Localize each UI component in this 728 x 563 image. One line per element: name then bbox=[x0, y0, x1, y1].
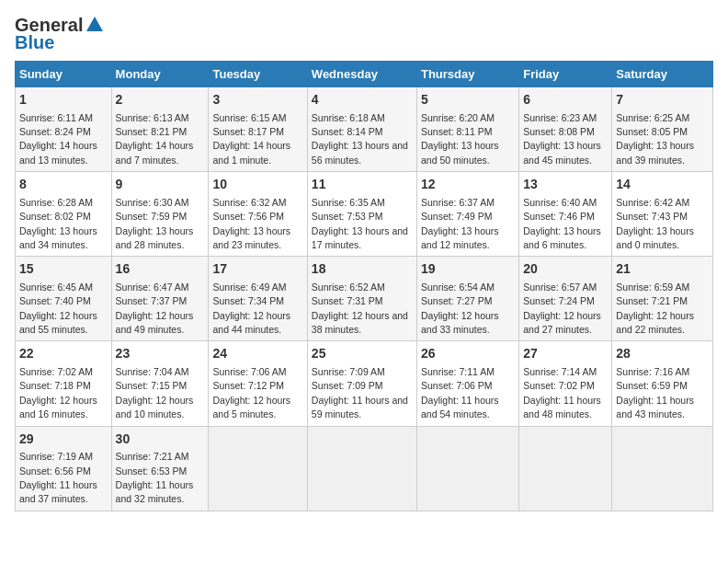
day-cell: 10 Sunrise: 6:32 AMSunset: 7:56 PMDaylig… bbox=[209, 172, 307, 257]
day-info: Sunrise: 6:13 AMSunset: 8:21 PMDaylight:… bbox=[116, 112, 194, 166]
day-info: Sunrise: 6:25 AMSunset: 8:05 PMDaylight:… bbox=[616, 112, 694, 166]
day-number: 25 bbox=[312, 345, 413, 363]
logo: General Blue bbox=[15, 15, 105, 53]
day-info: Sunrise: 6:49 AMSunset: 7:34 PMDaylight:… bbox=[212, 282, 290, 335]
day-info: Sunrise: 7:02 AMSunset: 7:18 PMDaylight:… bbox=[19, 366, 97, 419]
week-row-2: 8 Sunrise: 6:28 AMSunset: 8:02 PMDayligh… bbox=[16, 172, 713, 257]
day-number: 28 bbox=[616, 345, 709, 363]
day-number: 19 bbox=[421, 260, 515, 279]
svg-marker-0 bbox=[86, 17, 103, 31]
day-cell: 6 Sunrise: 6:23 AMSunset: 8:08 PMDayligh… bbox=[519, 87, 612, 172]
day-info: Sunrise: 6:52 AMSunset: 7:31 PMDaylight:… bbox=[312, 282, 408, 335]
day-cell bbox=[307, 426, 416, 511]
day-number: 17 bbox=[212, 260, 302, 279]
day-cell: 13 Sunrise: 6:40 AMSunset: 7:46 PMDaylig… bbox=[519, 172, 612, 257]
day-number: 18 bbox=[312, 260, 413, 279]
column-header-thursday: Thursday bbox=[416, 62, 518, 87]
day-cell: 4 Sunrise: 6:18 AMSunset: 8:14 PMDayligh… bbox=[307, 87, 416, 172]
day-info: Sunrise: 6:23 AMSunset: 8:08 PMDaylight:… bbox=[523, 112, 601, 166]
day-number: 8 bbox=[19, 176, 108, 194]
day-cell: 14 Sunrise: 6:42 AMSunset: 7:43 PMDaylig… bbox=[612, 172, 713, 257]
week-row-1: 1 Sunrise: 6:11 AMSunset: 8:24 PMDayligh… bbox=[16, 87, 713, 172]
column-header-sunday: Sunday bbox=[16, 62, 112, 87]
week-row-3: 15 Sunrise: 6:45 AMSunset: 7:40 PMDaylig… bbox=[16, 257, 713, 341]
column-header-friday: Friday bbox=[519, 62, 612, 87]
day-cell bbox=[519, 426, 612, 511]
day-number: 29 bbox=[19, 431, 108, 449]
day-info: Sunrise: 7:14 AMSunset: 7:02 PMDaylight:… bbox=[523, 366, 601, 419]
day-info: Sunrise: 6:57 AMSunset: 7:24 PMDaylight:… bbox=[523, 282, 601, 335]
day-number: 24 bbox=[212, 345, 302, 363]
day-info: Sunrise: 7:04 AMSunset: 7:15 PMDaylight:… bbox=[116, 366, 194, 419]
day-info: Sunrise: 6:54 AMSunset: 7:27 PMDaylight:… bbox=[421, 282, 499, 335]
day-cell: 11 Sunrise: 6:35 AMSunset: 7:53 PMDaylig… bbox=[307, 172, 416, 257]
day-cell: 3 Sunrise: 6:15 AMSunset: 8:17 PMDayligh… bbox=[209, 87, 307, 172]
day-cell: 30 Sunrise: 7:21 AMSunset: 6:53 PMDaylig… bbox=[111, 426, 209, 511]
day-info: Sunrise: 6:20 AMSunset: 8:11 PMDaylight:… bbox=[421, 112, 499, 166]
day-cell: 9 Sunrise: 6:30 AMSunset: 7:59 PMDayligh… bbox=[111, 172, 209, 257]
day-info: Sunrise: 6:47 AMSunset: 7:37 PMDaylight:… bbox=[116, 282, 194, 335]
column-header-wednesday: Wednesday bbox=[307, 62, 416, 87]
day-info: Sunrise: 6:15 AMSunset: 8:17 PMDaylight:… bbox=[212, 112, 290, 166]
day-number: 1 bbox=[19, 91, 108, 109]
day-info: Sunrise: 6:18 AMSunset: 8:14 PMDaylight:… bbox=[312, 112, 408, 166]
day-cell: 1 Sunrise: 6:11 AMSunset: 8:24 PMDayligh… bbox=[16, 87, 112, 172]
day-cell bbox=[612, 426, 713, 511]
day-info: Sunrise: 6:30 AMSunset: 7:59 PMDaylight:… bbox=[116, 197, 194, 250]
day-cell bbox=[416, 426, 518, 511]
week-row-5: 29 Sunrise: 7:19 AMSunset: 6:56 PMDaylig… bbox=[16, 426, 713, 511]
day-number: 4 bbox=[312, 91, 413, 109]
day-info: Sunrise: 6:32 AMSunset: 7:56 PMDaylight:… bbox=[212, 197, 290, 250]
day-cell: 25 Sunrise: 7:09 AMSunset: 7:09 PMDaylig… bbox=[307, 341, 416, 426]
day-info: Sunrise: 6:28 AMSunset: 8:02 PMDaylight:… bbox=[19, 197, 97, 250]
day-cell: 16 Sunrise: 6:47 AMSunset: 7:37 PMDaylig… bbox=[111, 257, 209, 341]
day-cell: 29 Sunrise: 7:19 AMSunset: 6:56 PMDaylig… bbox=[16, 426, 112, 511]
day-number: 7 bbox=[616, 91, 709, 109]
column-header-monday: Monday bbox=[111, 62, 209, 87]
day-number: 23 bbox=[116, 345, 205, 363]
day-number: 30 bbox=[116, 431, 205, 449]
day-info: Sunrise: 6:45 AMSunset: 7:40 PMDaylight:… bbox=[19, 282, 97, 335]
day-cell: 18 Sunrise: 6:52 AMSunset: 7:31 PMDaylig… bbox=[307, 257, 416, 341]
column-header-saturday: Saturday bbox=[612, 62, 713, 87]
day-info: Sunrise: 7:21 AMSunset: 6:53 PMDaylight:… bbox=[116, 451, 194, 504]
day-number: 10 bbox=[212, 176, 302, 194]
day-cell: 17 Sunrise: 6:49 AMSunset: 7:34 PMDaylig… bbox=[209, 257, 307, 341]
day-number: 26 bbox=[421, 345, 515, 363]
day-info: Sunrise: 6:59 AMSunset: 7:21 PMDaylight:… bbox=[616, 282, 694, 335]
day-cell: 27 Sunrise: 7:14 AMSunset: 7:02 PMDaylig… bbox=[519, 341, 612, 426]
day-number: 15 bbox=[19, 260, 108, 279]
day-info: Sunrise: 7:06 AMSunset: 7:12 PMDaylight:… bbox=[212, 366, 290, 419]
day-number: 2 bbox=[116, 91, 205, 109]
day-number: 12 bbox=[421, 176, 515, 194]
day-number: 5 bbox=[421, 91, 515, 109]
day-number: 11 bbox=[312, 176, 413, 194]
day-info: Sunrise: 6:37 AMSunset: 7:49 PMDaylight:… bbox=[421, 197, 499, 250]
day-cell: 20 Sunrise: 6:57 AMSunset: 7:24 PMDaylig… bbox=[519, 257, 612, 341]
logo-icon bbox=[85, 15, 105, 35]
day-cell: 7 Sunrise: 6:25 AMSunset: 8:05 PMDayligh… bbox=[612, 87, 713, 172]
day-cell: 22 Sunrise: 7:02 AMSunset: 7:18 PMDaylig… bbox=[16, 341, 112, 426]
day-cell: 12 Sunrise: 6:37 AMSunset: 7:49 PMDaylig… bbox=[416, 172, 518, 257]
column-header-tuesday: Tuesday bbox=[209, 62, 307, 87]
day-number: 9 bbox=[116, 176, 205, 194]
day-number: 3 bbox=[212, 91, 302, 109]
day-info: Sunrise: 7:11 AMSunset: 7:06 PMDaylight:… bbox=[421, 366, 499, 419]
day-number: 21 bbox=[616, 260, 709, 279]
day-cell: 24 Sunrise: 7:06 AMSunset: 7:12 PMDaylig… bbox=[209, 341, 307, 426]
day-cell: 28 Sunrise: 7:16 AMSunset: 6:59 PMDaylig… bbox=[612, 341, 713, 426]
day-number: 27 bbox=[523, 345, 608, 363]
day-number: 14 bbox=[616, 176, 709, 194]
day-cell: 2 Sunrise: 6:13 AMSunset: 8:21 PMDayligh… bbox=[111, 87, 209, 172]
day-number: 13 bbox=[523, 176, 608, 194]
calendar-table: SundayMondayTuesdayWednesdayThursdayFrid… bbox=[15, 61, 713, 511]
day-number: 16 bbox=[116, 260, 205, 279]
day-cell: 19 Sunrise: 6:54 AMSunset: 7:27 PMDaylig… bbox=[416, 257, 518, 341]
day-info: Sunrise: 7:16 AMSunset: 6:59 PMDaylight:… bbox=[616, 366, 694, 419]
day-info: Sunrise: 7:19 AMSunset: 6:56 PMDaylight:… bbox=[19, 451, 97, 504]
day-number: 22 bbox=[19, 345, 108, 363]
day-cell: 8 Sunrise: 6:28 AMSunset: 8:02 PMDayligh… bbox=[16, 172, 112, 257]
day-cell bbox=[209, 426, 307, 511]
page-header: General Blue bbox=[15, 15, 713, 53]
day-cell: 21 Sunrise: 6:59 AMSunset: 7:21 PMDaylig… bbox=[612, 257, 713, 341]
